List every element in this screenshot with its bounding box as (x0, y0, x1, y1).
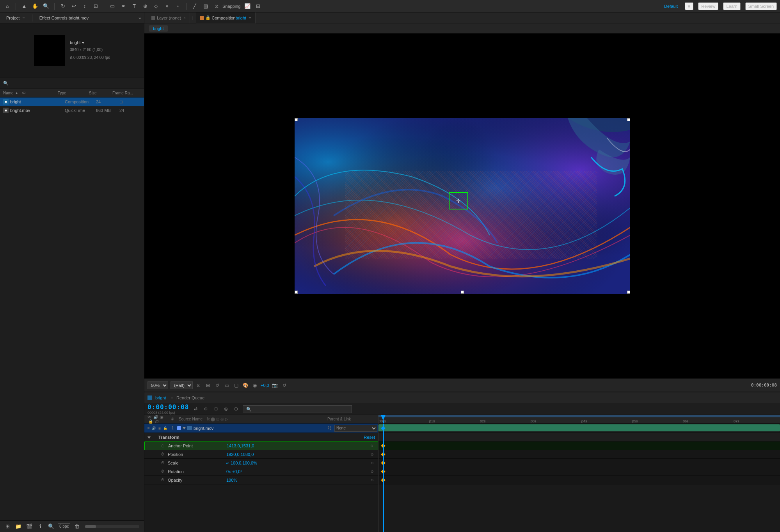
undo-icon[interactable]: ↩ (69, 2, 78, 11)
fit-icon[interactable]: ⊡ (195, 382, 202, 389)
pen-tool-icon[interactable]: ✒ (119, 2, 128, 11)
prop-row-anchor[interactable]: ⏱ Anchor Point 1413,0,1531,0 ⊙ (144, 442, 378, 450)
file-row-bright[interactable]: ■ bright Composition 24 ⊡ (0, 98, 144, 106)
grid-icon[interactable]: ⊞ (254, 2, 263, 11)
opacity-value[interactable]: 100% (226, 478, 370, 482)
work-area-bar[interactable] (378, 415, 780, 417)
layer-expand-1[interactable] (183, 426, 187, 431)
quality-select[interactable]: (Half) (171, 381, 193, 389)
timeline-menu[interactable]: ≡ (171, 395, 173, 400)
paint-tool-icon[interactable]: ◇ (152, 2, 160, 11)
file-row-brightmov[interactable]: ■ bright.mov QuickTime 863 MB 24 (0, 106, 144, 115)
comp-icon-ctrl[interactable]: ▢ (233, 382, 240, 389)
layer-row-1[interactable]: 👁 🔊 ◉ 🔒 1 bright.mov ⛓ (144, 424, 378, 433)
workspace-learn-btn[interactable]: Learn (723, 2, 740, 10)
workspace-smallscreen-btn[interactable]: Small Screen (745, 2, 777, 10)
anchor-link-icon[interactable]: ⊙ (369, 443, 375, 449)
anchor-value[interactable]: 1413,0,1531,0 (227, 443, 369, 448)
scale-link-icon[interactable]: ⊙ (370, 460, 375, 466)
new-comp-icon[interactable]: ⊞ (3, 522, 12, 531)
parent-select-1[interactable]: None (334, 425, 377, 432)
footage-icon[interactable]: 🎬 (25, 522, 34, 531)
grid-view-icon[interactable]: ⊞ (204, 382, 211, 389)
tl-icon-3[interactable]: ⊡ (212, 406, 219, 413)
effect-controls-tab[interactable]: Effect Controls bright.mov (36, 14, 92, 22)
lock-layer-icon[interactable]: 🔒 (163, 426, 168, 431)
puppet-tool-icon[interactable]: ⋄ (163, 2, 171, 11)
info-icon[interactable]: ℹ (36, 522, 44, 531)
rotation-value[interactable]: 0x +0,0° (226, 469, 370, 474)
layer-tab-close[interactable]: × (183, 16, 185, 20)
mask-icon[interactable]: ▨ (201, 2, 210, 11)
prop-row-position[interactable]: ⏱ Position 1920,0,1080,0 ⊙ (144, 450, 378, 459)
camera-icon[interactable]: 📷 (272, 382, 279, 389)
render-queue-btn[interactable]: Render Queue (176, 395, 204, 400)
search-bottom-icon[interactable]: 🔍 (47, 522, 55, 531)
timecode-current[interactable]: 0:00:00:08 (147, 403, 189, 411)
position-stopwatch[interactable]: ⏱ (160, 452, 165, 457)
prop-row-opacity[interactable]: ⏱ Opacity 100% ⊙ (144, 476, 378, 484)
selection-tool-icon[interactable]: ▲ (20, 2, 28, 11)
folder-icon[interactable]: 📁 (14, 522, 23, 531)
reset-view-icon[interactable]: ↺ (281, 382, 288, 389)
tl-icon-2[interactable]: ⊕ (202, 406, 209, 413)
viewer-tab-bright[interactable]: bright (149, 25, 168, 32)
layer-tab[interactable]: Layer (none) × (147, 12, 190, 23)
ruler-tick-0: :00s (379, 419, 386, 423)
scale-stopwatch[interactable]: ⏱ (160, 460, 165, 466)
audio-icon[interactable]: 🔊 (152, 426, 157, 431)
comp-icon: ■ (3, 99, 9, 105)
zoom-tool-icon[interactable]: 🔍 (42, 2, 50, 11)
rect-tool-icon[interactable]: ▭ (108, 2, 117, 11)
search-input[interactable] (10, 81, 141, 86)
rotation-stopwatch[interactable]: ⏱ (160, 469, 165, 474)
graph-icon[interactable]: ╱ (190, 2, 199, 11)
region-icon[interactable]: ↺ (214, 382, 221, 389)
text-tool-icon[interactable]: T (130, 2, 139, 11)
comp-tab[interactable]: 🔒 Composition bright ≡ (196, 12, 256, 23)
prop-row-rotation[interactable]: ⏱ Rotation 0x +0,0° ⊙ (144, 467, 378, 476)
transform-expand[interactable] (147, 435, 152, 440)
position-link-icon[interactable]: ⊙ (370, 452, 375, 457)
graph-tool-icon[interactable]: 📈 (243, 2, 252, 11)
project-tab[interactable]: Project ≡ (3, 14, 28, 22)
tl-icon-4[interactable]: ◎ (222, 406, 229, 413)
solo-icon[interactable]: ◉ (157, 426, 162, 431)
reset-btn[interactable]: Reset (364, 435, 375, 440)
color-icon[interactable]: 🎨 (242, 382, 249, 389)
expand-icon[interactable]: » (139, 16, 141, 20)
position-value[interactable]: 1920,0,1080,0 (226, 452, 370, 457)
hand-tool-icon[interactable]: ✋ (31, 2, 39, 11)
timeline-search[interactable] (243, 405, 352, 413)
rotate-tool-icon[interactable]: ↻ (59, 2, 67, 11)
comp-tab-menu[interactable]: ≡ (249, 16, 251, 20)
project-menu-icon[interactable]: ≡ (22, 16, 25, 20)
rotation-link-icon[interactable]: ⊙ (370, 469, 375, 474)
transform-icon[interactable]: ⊡ (91, 2, 100, 11)
scale-value[interactable]: ∞ 100,0,100,0% (226, 461, 370, 465)
prop-row-scale[interactable]: ⏱ Scale ∞ 100,0,100,0% ⊙ (144, 459, 378, 467)
opacity-stopwatch[interactable]: ⏱ (160, 477, 165, 483)
anchor-stopwatch[interactable]: ⏱ (160, 443, 166, 449)
clone-tool-icon[interactable]: ⊕ (141, 2, 149, 11)
workspace-menu-btn[interactable]: ≡ (685, 2, 693, 10)
tl-track-row-1[interactable] (378, 424, 780, 433)
alpha-icon[interactable]: ▭ (223, 382, 230, 389)
search-bar: 🔍 (0, 78, 144, 89)
workspace-review-btn[interactable]: Review (698, 2, 718, 10)
pin-tool-icon[interactable]: ⋆ (174, 2, 182, 11)
visibility-icon[interactable]: 👁 (146, 426, 151, 431)
redo-icon[interactable]: ↕ (80, 2, 89, 11)
tl-icon-5[interactable]: ⬡ (233, 406, 240, 413)
viewport[interactable]: ✛ (144, 34, 780, 378)
anchor-point-handle[interactable]: ✛ (449, 192, 468, 209)
tl-icon-1[interactable]: ⇄ (192, 406, 199, 413)
layer-switches-1: 👁 🔊 ◉ 🔒 (144, 426, 168, 431)
home-icon[interactable]: ⌂ (3, 2, 12, 11)
snapping-icon[interactable]: ⧖ (212, 2, 221, 11)
zoom-select[interactable]: 50% (147, 381, 168, 389)
exposure-icon[interactable]: ◉ (251, 382, 258, 389)
opacity-link-icon[interactable]: ⊙ (370, 477, 375, 483)
workspace-default-btn[interactable]: Default (662, 3, 680, 9)
delete-icon[interactable]: 🗑 (73, 522, 81, 531)
